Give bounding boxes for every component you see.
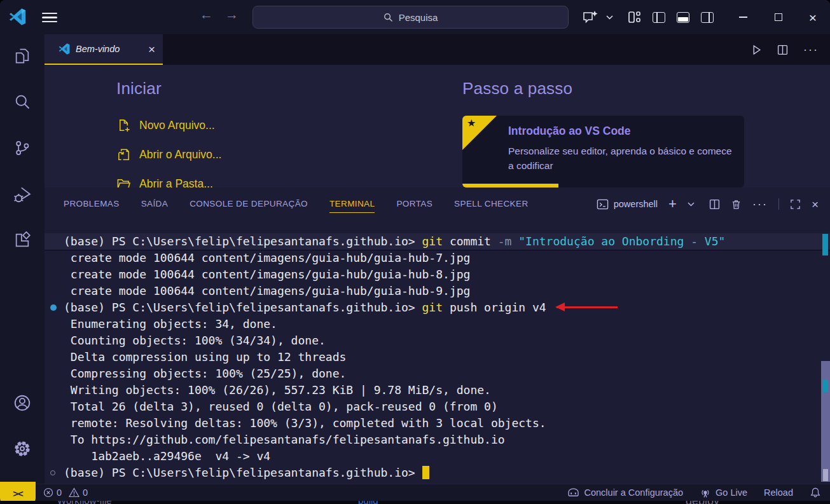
finish-setup-label: Concluir a Configuração xyxy=(584,487,684,498)
command-center-search[interactable]: Pesquisa xyxy=(252,6,569,29)
scrollbar-marker-light xyxy=(823,469,828,481)
menu-icon[interactable] xyxy=(42,13,57,22)
walkthrough-card[interactable]: ★ Introdução ao VS Code Personalize seu … xyxy=(462,116,744,187)
search-icon xyxy=(384,13,393,22)
terminal-line: To https://github.com/felipesantanafs/fe… xyxy=(45,432,830,448)
terminal-line: (base) PS C:\Users\felip\felipesantanafs… xyxy=(45,233,830,250)
account-icon[interactable] xyxy=(13,393,32,412)
explorer-icon[interactable] xyxy=(13,47,31,65)
reload-item[interactable]: Reload xyxy=(764,487,793,498)
minimize-button[interactable] xyxy=(733,8,752,27)
terminal-cursor xyxy=(422,466,429,479)
terminal-line: Writing objects: 100% (26/26), 557.23 Ki… xyxy=(45,382,830,398)
toggle-primary-sidebar-icon[interactable] xyxy=(649,8,668,27)
terminal-line: create mode 100644 content/imagens/guia-… xyxy=(45,266,830,283)
walkthrough-card-title: Introdução ao VS Code xyxy=(508,125,631,138)
terminal-icon xyxy=(597,198,609,210)
panel-tab-console-de-depuração[interactable]: CONSOLE DE DEPURAÇÃO xyxy=(190,195,308,213)
open-file-icon xyxy=(116,147,131,162)
close-panel-icon[interactable]: × xyxy=(812,198,819,210)
launch-profile-chevron-icon[interactable] xyxy=(688,202,695,207)
terminal-line: Enumerating objects: 34, done. xyxy=(45,316,830,332)
split-editor-icon[interactable] xyxy=(777,44,788,55)
terminal-line: 1ab2aeb..a29496e v4 -> v4 xyxy=(45,448,830,465)
problems-status[interactable]: 0 0 xyxy=(43,487,88,498)
remote-icon: >< xyxy=(13,488,23,499)
close-tab-icon[interactable]: × xyxy=(148,43,155,55)
go-live-label: Go Live xyxy=(716,487,747,498)
terminal-line: (base) PS C:\Users\felip\felipesantanafs… xyxy=(45,299,830,316)
scrollbar-command-marker xyxy=(822,234,828,255)
terminal-scrollbar[interactable] xyxy=(821,361,830,482)
errors-icon xyxy=(43,487,53,498)
welcome-page: Iniciar Passo a passo Novo Arquivo... Ab… xyxy=(45,65,830,187)
run-debug-icon[interactable] xyxy=(13,185,32,204)
terminal-line: Counting objects: 100% (34/34), done. xyxy=(45,332,830,349)
panel-tab-portas[interactable]: PORTAS xyxy=(396,195,432,213)
bell-icon[interactable] xyxy=(810,487,821,498)
settings-gear-icon[interactable] xyxy=(13,439,32,458)
copilot-icon[interactable] xyxy=(578,8,602,27)
activity-bar xyxy=(0,34,45,484)
vscode-logo-icon xyxy=(9,8,26,25)
panel-tabs: PROBLEMASSAÍDACONSOLE DE DEPURAÇÃOTERMIN… xyxy=(64,195,529,213)
panel-tab-spell-checker[interactable]: SPELL CHECKER xyxy=(454,195,529,213)
kill-terminal-trash-icon[interactable] xyxy=(731,199,742,210)
customize-layout-icon[interactable] xyxy=(625,8,644,27)
close-window-button[interactable]: × xyxy=(803,8,822,27)
source-control-icon[interactable] xyxy=(13,139,31,157)
status-bar: >< 0 0 Concluir a Configuração xyxy=(0,484,830,501)
terminal-line: (base) PS C:\Users\felip\felipesantanafs… xyxy=(45,465,830,481)
new-file-label: Novo Arquivo... xyxy=(139,119,215,132)
terminal-line: create mode 100644 content/imagens/guia-… xyxy=(45,283,830,299)
maximize-panel-icon[interactable] xyxy=(790,199,801,210)
terminal-body[interactable]: (base) PS C:\Users\felip\felipesantanafs… xyxy=(45,221,830,484)
new-file-link[interactable]: Novo Arquivo... xyxy=(116,111,221,140)
toggle-secondary-sidebar-icon[interactable] xyxy=(698,8,717,27)
search-placeholder: Pesquisa xyxy=(399,12,438,23)
walkthrough-card-description: Personalize seu editor, aprenda o básico… xyxy=(508,144,735,174)
terminal-line: Delta compression using up to 12 threads xyxy=(45,349,830,365)
open-folder-icon xyxy=(116,177,131,188)
vscode-window: ← → Pesquisa xyxy=(0,0,830,504)
panel-tab-saída[interactable]: SAÍDA xyxy=(141,195,169,213)
terminal-line: Total 26 (delta 3), reused 0 (delta 0), … xyxy=(45,398,830,415)
extensions-icon[interactable] xyxy=(13,231,31,249)
more-actions-icon[interactable]: ··· xyxy=(803,43,819,57)
shell-label: powershell xyxy=(614,199,658,209)
shell-selector[interactable]: powershell xyxy=(597,198,658,210)
go-live-item[interactable]: Go Live xyxy=(700,487,747,498)
panel-more-actions-icon[interactable]: ··· xyxy=(752,198,768,211)
start-links: Novo Arquivo... Abrir o Arquivo... Abrir… xyxy=(116,111,221,187)
open-folder-link[interactable]: Abrir a Pasta... xyxy=(116,169,221,187)
panel-tab-terminal[interactable]: TERMINAL xyxy=(329,195,375,213)
finish-setup-item[interactable]: Concluir a Configuração xyxy=(567,487,684,498)
tab-bem-vindo[interactable]: Bem-vindo × xyxy=(45,34,163,65)
divider xyxy=(778,198,779,210)
panel-tab-problemas[interactable]: PROBLEMAS xyxy=(64,195,120,213)
reload-label: Reload xyxy=(764,487,793,498)
copilot-status-icon xyxy=(567,487,580,498)
back-arrow-icon[interactable]: ← xyxy=(200,7,213,22)
command-decoration-filled xyxy=(50,304,57,311)
bottom-panel: PROBLEMASSAÍDACONSOLE DE DEPURAÇÃOTERMIN… xyxy=(45,187,830,484)
peek-text-right: deploy xyxy=(686,501,719,504)
forward-arrow-icon[interactable]: → xyxy=(225,7,239,22)
maximize-button[interactable] xyxy=(769,8,788,27)
toggle-panel-icon[interactable] xyxy=(674,8,693,27)
run-file-icon[interactable] xyxy=(751,44,762,55)
terminal-line: create mode 100644 content/imagens/guia-… xyxy=(45,250,830,266)
new-terminal-icon[interactable]: + xyxy=(668,197,677,211)
open-file-label: Abrir o Arquivo... xyxy=(139,148,221,161)
peek-text-mid: build xyxy=(358,501,378,504)
terminal-line: remote: Resolving deltas: 100% (3/3), co… xyxy=(45,415,830,432)
split-terminal-icon[interactable] xyxy=(709,199,720,210)
warnings-icon xyxy=(69,487,80,498)
star-icon: ★ xyxy=(467,117,476,129)
search-sidebar-icon[interactable] xyxy=(13,93,31,111)
open-file-link[interactable]: Abrir o Arquivo... xyxy=(116,140,221,169)
error-count: 0 xyxy=(57,487,62,498)
annotation-arrow xyxy=(557,306,618,308)
warning-count: 0 xyxy=(83,487,88,498)
chevron-down-icon[interactable] xyxy=(602,8,616,27)
